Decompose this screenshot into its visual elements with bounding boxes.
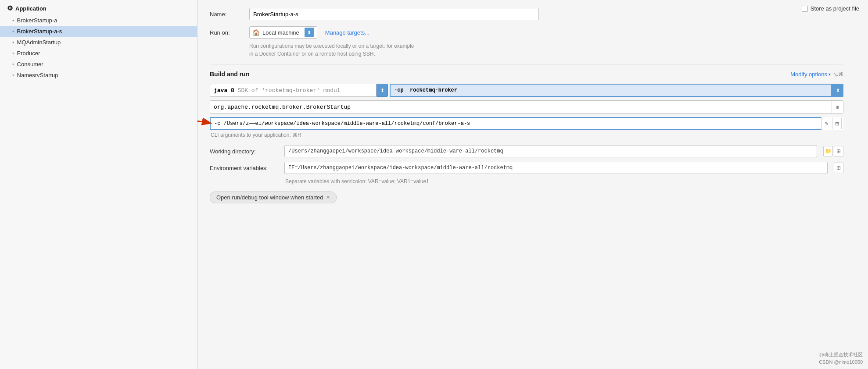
chevron-down-icon: ▾	[829, 72, 831, 77]
main-panel: Store as project file Name: Run on: 🏠 Lo…	[197, 0, 868, 369]
classname-value: org.apache.rocketmq.broker.BrokerStartup	[214, 104, 351, 110]
name-input[interactable]	[249, 8, 539, 20]
open-window-close-icon[interactable]: ✕	[326, 195, 330, 200]
consumer-icon: ▪	[12, 61, 14, 67]
sidebar-item-broker-a-s[interactable]: ▪ BrokerStartup-a-s	[0, 26, 197, 37]
run-on-chevron[interactable]: ⬍	[305, 28, 314, 37]
store-project-row: Store as project file	[802, 5, 859, 12]
sidebar-item-mq-admin[interactable]: ▪ MQAdminStartup	[0, 37, 197, 48]
open-window-row: Open run/debug tool window when started …	[210, 192, 843, 203]
working-dir-browse-button[interactable]: 📁	[823, 146, 833, 156]
run-on-value: Local machine	[262, 29, 299, 36]
section-header: Build and run Modify options ▾ ⌥⌘	[210, 71, 843, 78]
env-vars-icons: ⊞	[834, 163, 843, 173]
house-icon: 🏠	[252, 29, 260, 36]
sdk-row: java 8 SDK of 'rocketmq-broker' modul ⬍ …	[210, 84, 843, 97]
sidebar-item-producer[interactable]: ▪ Producer	[0, 48, 197, 59]
build-run-title: Build and run	[210, 71, 249, 78]
cli-args-value: -c /Users/z——ei/workspace/idea-workspace…	[214, 121, 470, 127]
run-on-select[interactable]: 🏠 Local machine ⬍	[249, 26, 317, 39]
watermark: @稀土掘金技术社区 CSDN @nimo10050	[819, 351, 863, 365]
main-inner: Store as project file Name: Run on: 🏠 Lo…	[197, 0, 856, 216]
env-vars-expand-button[interactable]: ⊞	[834, 163, 843, 173]
env-vars-text: IE=/Users/zhanggaopei/workspace/idea-wor…	[288, 165, 513, 171]
sidebar: ⚙ Application ▪ BrokerStartup-a ▪ Broker…	[0, 0, 197, 369]
namesrv-icon: ▪	[12, 72, 14, 78]
sidebar-item-broker-a[interactable]: ▪ BrokerStartup-a	[0, 15, 197, 26]
sdk-chevron-icon: ⬍	[380, 88, 384, 93]
env-hint: Separate variables with semicolon: VAR=v…	[210, 178, 843, 184]
broker-a-s-icon: ▪	[12, 28, 14, 35]
classname-row: org.apache.rocketmq.broker.BrokerStartup…	[210, 100, 843, 114]
name-row: Name:	[210, 8, 843, 20]
sidebar-title: Application	[15, 5, 47, 12]
run-on-row: Run on: 🏠 Local machine ⬍ Manage targets…	[210, 26, 843, 39]
mq-admin-icon: ▪	[12, 39, 14, 46]
divider	[210, 64, 843, 64]
manage-targets-link[interactable]: Manage targets...	[325, 29, 369, 36]
sidebar-item-namesrv[interactable]: ▪ NamesrvStartup	[0, 70, 197, 81]
name-label: Name:	[210, 11, 245, 18]
modify-options-label: Modify options	[790, 71, 827, 78]
sidebar-header: ⚙ Application	[0, 2, 197, 15]
cli-edit-button[interactable]: ✎	[821, 118, 831, 129]
expand-icon: ⊞	[836, 104, 839, 110]
cp-value: -cp rocketmq-broker	[394, 87, 457, 93]
cli-row: -c /Users/z——ei/workspace/idea-workspace…	[210, 117, 843, 130]
store-project-label: Store as project file	[811, 5, 859, 12]
cp-chevron-icon: ⬍	[836, 88, 840, 93]
shortcut-icon: ⌥⌘	[832, 71, 843, 77]
cli-field[interactable]: -c /Users/z——ei/workspace/idea-workspace…	[210, 117, 843, 130]
cli-expand-button[interactable]: ⊞	[832, 118, 842, 129]
sdk-field[interactable]: java 8 SDK of 'rocketmq-broker' modul	[210, 84, 377, 97]
cp-right-button[interactable]: ⬍	[832, 84, 843, 97]
chevron-up-down-icon: ⬍	[307, 30, 311, 35]
env-vars-row: Environment variables: IE=/Users/zhangga…	[210, 162, 843, 174]
working-dir-expand-button[interactable]: ⊞	[834, 146, 843, 156]
app-tree-icon: ⚙	[7, 4, 13, 12]
classname-field[interactable]: org.apache.rocketmq.broker.BrokerStartup…	[210, 100, 843, 114]
producer-icon: ▪	[12, 50, 14, 57]
working-dir-icons: 📁 ⊞	[823, 146, 843, 156]
open-window-button[interactable]: Open run/debug tool window when started …	[210, 192, 337, 203]
working-dir-row: Working directory: /Users/zhanggaopei/wo…	[210, 145, 843, 157]
modify-options-button[interactable]: Modify options ▾ ⌥⌘	[790, 71, 843, 78]
cp-field[interactable]: -cp rocketmq-broker	[390, 84, 832, 97]
broker-a-icon: ▪	[12, 17, 14, 24]
working-dir-text: /Users/zhanggaopei/workspace/idea-worksp…	[288, 148, 503, 154]
working-dir-value[interactable]: /Users/zhanggaopei/workspace/idea-worksp…	[284, 145, 817, 157]
sdk-chevron-button[interactable]: ⬍	[377, 84, 388, 97]
open-window-label: Open run/debug tool window when started	[216, 194, 323, 201]
env-vars-value[interactable]: IE=/Users/zhanggaopei/workspace/idea-wor…	[284, 162, 828, 174]
store-project-checkbox[interactable]	[802, 6, 808, 12]
env-vars-label: Environment variables:	[210, 165, 280, 171]
working-dir-label: Working directory:	[210, 148, 280, 155]
sidebar-item-consumer[interactable]: ▪ Consumer	[0, 59, 197, 70]
run-hint: Run configurations may be executed local…	[210, 42, 843, 58]
classname-expand-button[interactable]: ⊞	[832, 101, 843, 113]
sdk-rest-text: SDK of 'rocketmq-broker' modul	[234, 87, 341, 94]
sdk-java-text: java 8	[214, 87, 234, 94]
cli-hint: CLI arguments to your application. ⌘R	[210, 132, 843, 138]
run-on-label: Run on:	[210, 29, 245, 36]
